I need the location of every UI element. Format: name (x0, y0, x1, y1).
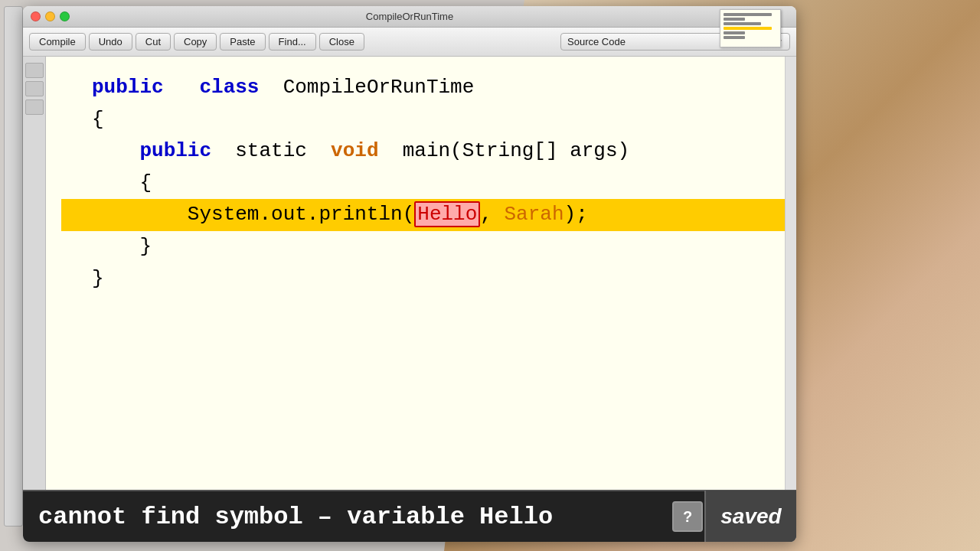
code-panel[interactable]: public class CompileOrRunTime { public s… (46, 57, 785, 542)
code-line-4: { (92, 168, 769, 200)
code-line-3: public static void main(String[] args) (92, 135, 769, 168)
window-title: CompileOrRunTime (366, 11, 453, 22)
code-line-highlighted: System.out.println(Hello, Sarah); (61, 199, 785, 231)
compile-button[interactable]: Compile (29, 33, 86, 51)
editor-area: public class CompileOrRunTime { public s… (46, 57, 785, 542)
content-area: public class CompileOrRunTime { public s… (23, 57, 796, 542)
hello-identifier: Hello (414, 201, 480, 227)
sarah-identifier: Sarah (505, 203, 564, 226)
maximize-button[interactable] (60, 11, 70, 21)
error-message: cannot find symbol – variable Hello (23, 503, 672, 531)
minimize-button[interactable] (45, 11, 55, 21)
paste-button[interactable]: Paste (220, 33, 265, 51)
code-line-7: } (92, 263, 769, 295)
kw-void: void (331, 139, 378, 162)
sidebar-item-2 (25, 81, 44, 96)
toolbar: Compile Undo Cut Copy Paste Find... Clos… (23, 28, 796, 57)
cut-button[interactable]: Cut (136, 33, 171, 51)
mini-sidebar-window (4, 6, 23, 527)
sidebar-item-1 (25, 63, 44, 78)
sidebar-item-3 (25, 99, 44, 115)
close-editor-button[interactable]: Close (319, 33, 364, 51)
help-button[interactable]: ? (672, 501, 703, 532)
undo-button[interactable]: Undo (89, 33, 132, 51)
traffic-lights (31, 11, 70, 21)
main-window: CompileOrRunTime Compile Undo Cut Copy P… (23, 6, 796, 542)
scrollbar[interactable] (785, 57, 796, 542)
code-line-2: { (92, 104, 769, 136)
sidebar (23, 57, 46, 542)
title-bar: CompileOrRunTime (23, 6, 796, 28)
copy-button[interactable]: Copy (174, 33, 217, 51)
code-line-1: public class CompileOrRunTime (92, 72, 769, 104)
saved-status: saved (704, 491, 796, 542)
kw-public: public (92, 76, 164, 99)
kw-public-2: public (139, 139, 211, 162)
find-button[interactable]: Find... (269, 33, 316, 51)
code-line-6: } (92, 231, 769, 263)
kw-class: class (199, 76, 259, 99)
status-bar: cannot find symbol – variable Hello ? sa… (23, 490, 796, 542)
source-code-label: Source Code (567, 36, 626, 47)
close-button[interactable] (31, 11, 41, 21)
